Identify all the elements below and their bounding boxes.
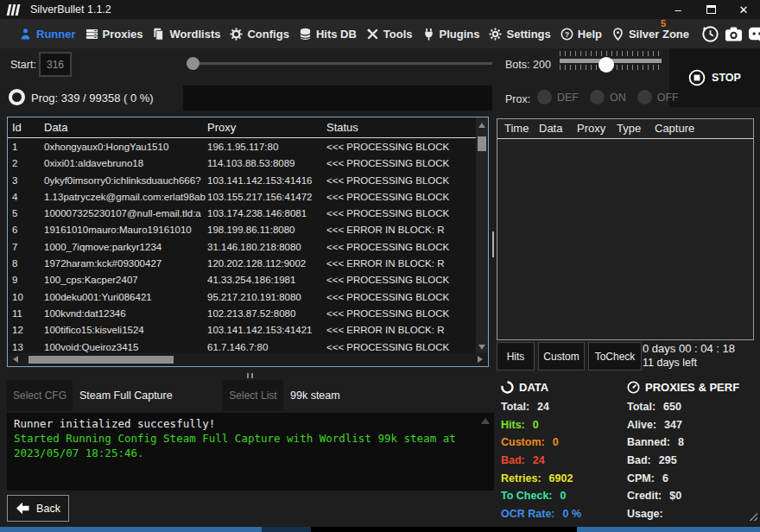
panel-splitter-handle[interactable] xyxy=(492,231,494,257)
nav-item-configs[interactable]: Configs xyxy=(230,28,288,41)
camera-icon[interactable] xyxy=(725,25,743,43)
cell-id: 10 xyxy=(12,289,23,306)
stop-icon xyxy=(688,69,706,86)
cell-proxy: 103.141.142.153:41416 xyxy=(207,173,325,189)
start-slider-handle[interactable] xyxy=(187,57,200,70)
stat-label: Total: xyxy=(627,401,656,413)
back-arrow-icon xyxy=(16,502,30,515)
cell-data: 1972haram:kck#09300427 xyxy=(44,256,206,272)
cell-proxy: 114.103.88.53:8089 xyxy=(207,155,325,172)
minimize-button[interactable]: – xyxy=(662,0,694,19)
table-row[interactable]: 20xixi01:aldavebruno18114.103.88.53:8089… xyxy=(8,155,476,172)
close-button[interactable]: ✕ xyxy=(727,0,760,19)
table-row[interactable]: 10100deku001:Yuri08642195.217.210.191:80… xyxy=(8,289,476,306)
nav-item-plugins[interactable]: Plugins xyxy=(422,28,480,41)
table-row[interactable]: 11100kvnd:dat12346102.213.87.52:8080<<< … xyxy=(8,306,476,322)
table-row[interactable]: 619161010mauro:Mauro19161010198.199.86.1… xyxy=(8,222,476,238)
stat-label: Banned: xyxy=(627,436,670,448)
column-header-id[interactable]: Id xyxy=(12,121,22,134)
stat-row: Total:650 xyxy=(627,398,758,416)
table-row[interactable]: 30ykyf0imsorry0:ichlinksduauch666?103.14… xyxy=(8,173,476,189)
table-row[interactable]: 13100void:Queiroz341561.7.146.7:80<<< PR… xyxy=(8,339,476,353)
hits-column-proxy[interactable]: Proxy xyxy=(577,122,605,135)
cell-status: <<< PROCESSING BLOCK xyxy=(326,173,476,189)
stat-row: Total:24 xyxy=(501,398,624,416)
titlebar: SilverBullet 1.1.2 – ✕ xyxy=(0,0,760,19)
cell-status: <<< PROCESSING BLOCK xyxy=(326,306,476,322)
nav-item-proxies[interactable]: Proxies xyxy=(86,28,143,41)
start-input[interactable] xyxy=(39,52,72,77)
splitter-grip-icon[interactable] xyxy=(247,373,253,378)
cell-status: <<< PROCESSING BLOCK xyxy=(326,272,476,288)
scroll-down-icon[interactable] xyxy=(478,345,485,350)
vertical-scrollbar[interactable] xyxy=(476,117,488,353)
cell-data: 0ykyf0imsorry0:ichlinksduauch666? xyxy=(44,173,206,189)
cell-status: <<< PROCESSING BLOCK xyxy=(326,289,476,306)
discord-icon[interactable] xyxy=(748,25,760,43)
history-icon[interactable] xyxy=(701,25,719,43)
progress-ring-icon xyxy=(9,89,25,105)
column-header-status[interactable]: Status xyxy=(326,121,358,134)
tab-tocheck[interactable]: ToCheck xyxy=(588,342,642,370)
database-icon xyxy=(299,28,312,41)
table-row[interactable]: 5100007325230107@null-email.tld:a103.174… xyxy=(8,206,476,222)
maximize-button[interactable] xyxy=(694,0,727,19)
nav-item-silver-zone[interactable]: 5 Silver Zone xyxy=(611,28,689,41)
table-row[interactable]: 9100_cps:Kacper240741.33.254.186:1981<<<… xyxy=(8,272,476,288)
nav-item-help[interactable]: ? Help xyxy=(560,28,602,41)
cell-data: 100kvnd:dat12346 xyxy=(44,306,206,322)
nav-item-settings[interactable]: Settings xyxy=(489,28,550,41)
hits-column-data[interactable]: Data xyxy=(539,122,562,135)
nav-item-hits-db[interactable]: Hits DB xyxy=(299,28,357,41)
stop-button[interactable]: STOP xyxy=(688,69,741,86)
stat-label: Total: xyxy=(501,401,529,413)
prox-radio-on[interactable]: ON xyxy=(590,90,626,104)
horizontal-scroll-thumb[interactable] xyxy=(28,356,174,364)
column-header-data[interactable]: Data xyxy=(44,121,67,134)
stat-label: Credit: xyxy=(627,490,662,502)
log-scroll-up-icon[interactable] xyxy=(481,418,490,424)
bots-slider-handle[interactable] xyxy=(598,57,614,73)
prox-radio-off[interactable]: OFF xyxy=(637,90,679,104)
select-cfg-button[interactable]: Select CFG xyxy=(7,380,73,411)
scroll-left-icon[interactable] xyxy=(13,356,18,363)
log-output[interactable]: Runner initialized succesfully!Started R… xyxy=(7,413,494,491)
tools-icon xyxy=(366,28,379,41)
tab-hits[interactable]: Hits xyxy=(497,342,535,370)
hits-column-type[interactable]: Type xyxy=(617,122,641,135)
stop-panel: STOP xyxy=(669,48,760,107)
hits-panel: Time Data Proxy Type Capture xyxy=(497,118,754,340)
nav-item-runner[interactable]: Runner xyxy=(19,28,76,41)
window-controls: – ✕ xyxy=(662,0,760,19)
bots-slider[interactable] xyxy=(560,51,662,79)
app-logo-icon xyxy=(8,4,19,16)
vertical-scroll-thumb[interactable] xyxy=(478,136,486,151)
scroll-up-icon[interactable] xyxy=(478,123,485,128)
table-row[interactable]: 12100tifico15:kisveli1524103.141.142.153… xyxy=(8,322,476,339)
hits-column-time[interactable]: Time xyxy=(504,122,529,135)
stat-row: Alive:347 xyxy=(627,416,758,434)
cell-data: 100void:Queiroz3415 xyxy=(44,339,206,353)
stat-label: Custom: xyxy=(501,436,545,448)
cell-data: 100007325230107@null-email.tld:a xyxy=(44,206,206,222)
start-slider-track[interactable] xyxy=(187,62,492,65)
cell-status: <<< PROCESSING BLOCK xyxy=(326,139,476,155)
table-row[interactable]: 71000_7iqmove:parkyr123431.146.180.218:8… xyxy=(8,239,476,256)
table-row[interactable]: 41.13patryczek@gmail.com:erlat98ab103.15… xyxy=(8,189,476,206)
nav-item-tools[interactable]: Tools xyxy=(366,28,413,41)
hits-column-capture[interactable]: Capture xyxy=(655,122,694,135)
horizontal-scrollbar[interactable] xyxy=(8,353,488,366)
prox-radio-def[interactable]: DEF xyxy=(537,90,579,104)
nav-item-wordlists[interactable]: Wordlists xyxy=(152,28,220,41)
scroll-right-icon[interactable] xyxy=(478,356,483,363)
tab-custom[interactable]: Custom xyxy=(538,342,585,370)
table-row[interactable]: 81972haram:kck#09300427120.202.128.112:9… xyxy=(8,256,476,272)
column-header-proxy[interactable]: Proxy xyxy=(207,121,236,134)
start-slider[interactable] xyxy=(187,57,492,70)
cell-id: 11 xyxy=(12,306,22,322)
table-row[interactable]: 10xhongyaux0:HongYau1510196.1.95.117:80<… xyxy=(8,139,476,155)
cell-id: 6 xyxy=(12,222,17,238)
back-button[interactable]: Back xyxy=(7,495,69,522)
cell-proxy: 196.1.95.117:80 xyxy=(207,139,325,155)
select-list-button[interactable]: Select List xyxy=(223,380,283,411)
